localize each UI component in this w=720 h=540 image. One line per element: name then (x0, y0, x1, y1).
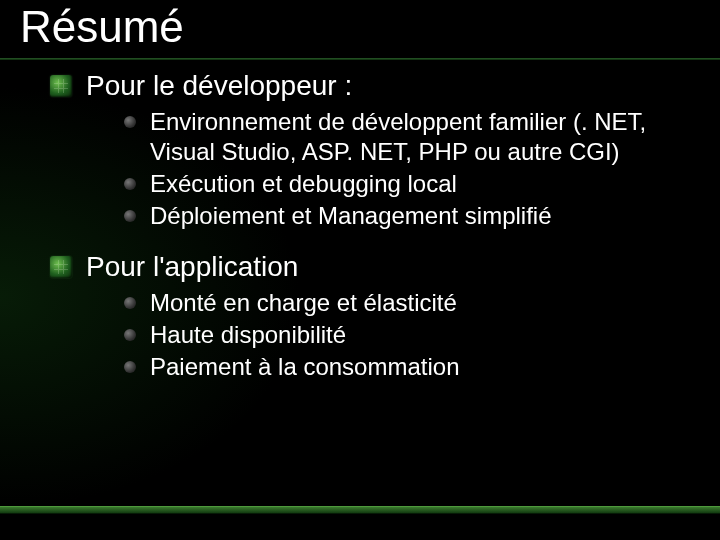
list-item-text: Déploiement et Management simplifié (150, 201, 552, 231)
list-item-text: Exécution et debugging local (150, 169, 457, 199)
list-item-text: Haute disponibilité (150, 320, 346, 350)
circle-bullet-icon (124, 329, 136, 341)
list-item: Déploiement et Management simplifié (124, 201, 690, 231)
list-item-text: Environnement de développent familier (.… (150, 107, 690, 167)
title-underline (0, 58, 720, 60)
section-heading: Pour l'application (86, 249, 298, 284)
section-heading: Pour le développeur : (86, 68, 352, 103)
list-item-text: Monté en charge et élasticité (150, 288, 457, 318)
circle-bullet-icon (124, 361, 136, 373)
slide-title: Résumé (20, 2, 184, 52)
square-bullet-icon (50, 75, 72, 97)
slide-content: Pour le développeur : Environnement de d… (50, 62, 690, 400)
list-item: Exécution et debugging local (124, 169, 690, 199)
list-item-text: Paiement à la consommation (150, 352, 460, 382)
list-item: Paiement à la consommation (124, 352, 690, 382)
circle-bullet-icon (124, 297, 136, 309)
circle-bullet-icon (124, 178, 136, 190)
section-heading-row: Pour l'application (50, 249, 690, 284)
circle-bullet-icon (124, 210, 136, 222)
list-item: Haute disponibilité (124, 320, 690, 350)
square-bullet-icon (50, 256, 72, 278)
slide: Résumé Pour le développeur : Environneme… (0, 0, 720, 540)
circle-bullet-icon (124, 116, 136, 128)
footer-accent-bar (0, 506, 720, 514)
sub-list: Environnement de développent familier (.… (124, 107, 690, 231)
section-heading-row: Pour le développeur : (50, 68, 690, 103)
sub-list: Monté en charge et élasticité Haute disp… (124, 288, 690, 382)
list-item: Environnement de développent familier (.… (124, 107, 690, 167)
list-item: Monté en charge et élasticité (124, 288, 690, 318)
